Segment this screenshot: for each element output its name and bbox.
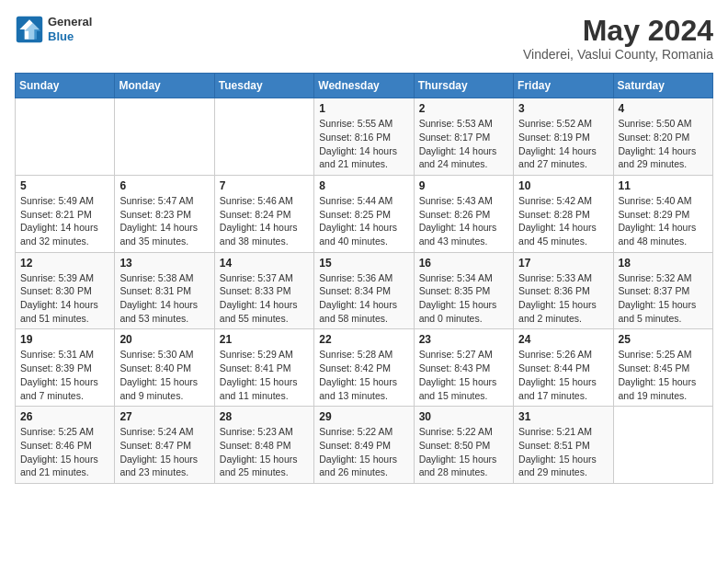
calendar-day-cell: 7Sunrise: 5:46 AMSunset: 8:24 PMDaylight…	[214, 175, 313, 252]
calendar-day-cell: 6Sunrise: 5:47 AMSunset: 8:23 PMDaylight…	[115, 175, 214, 252]
day-info: Sunrise: 5:38 AMSunset: 8:31 PMDaylight:…	[119, 271, 209, 326]
day-info: Sunrise: 5:25 AMSunset: 8:45 PMDaylight:…	[619, 348, 708, 402]
day-number: 29	[319, 410, 408, 423]
day-number: 20	[119, 333, 209, 346]
calendar-day-cell: 11Sunrise: 5:40 AMSunset: 8:29 PMDayligh…	[613, 175, 712, 252]
day-number: 6	[119, 179, 209, 192]
calendar-day-cell: 5Sunrise: 5:49 AMSunset: 8:21 PMDaylight…	[16, 175, 115, 252]
day-info: Sunrise: 5:55 AMSunset: 8:16 PMDaylight:…	[319, 117, 408, 171]
calendar-day-cell: 9Sunrise: 5:43 AMSunset: 8:26 PMDaylight…	[414, 175, 513, 252]
calendar-day-cell: 1Sunrise: 5:55 AMSunset: 8:16 PMDaylight…	[314, 98, 414, 176]
day-number: 30	[419, 410, 508, 423]
calendar-day-cell: 8Sunrise: 5:44 AMSunset: 8:25 PMDaylight…	[314, 175, 414, 252]
day-number: 31	[518, 410, 608, 423]
day-info: Sunrise: 5:33 AMSunset: 8:36 PMDaylight:…	[518, 271, 608, 326]
calendar-header-row: SundayMondayTuesdayWednesdayThursdayFrid…	[16, 74, 713, 98]
day-number: 28	[220, 410, 309, 423]
day-number: 10	[518, 179, 608, 192]
day-number: 12	[20, 257, 109, 270]
day-number: 27	[119, 410, 209, 423]
day-number: 14	[220, 257, 309, 270]
day-info: Sunrise: 5:32 AMSunset: 8:37 PMDaylight:…	[619, 271, 708, 326]
logo-icon	[15, 15, 44, 44]
day-info: Sunrise: 5:49 AMSunset: 8:21 PMDaylight:…	[20, 194, 109, 248]
title-block: May 2024 Vinderei, Vaslui County, Romani…	[523, 15, 713, 62]
calendar-day-cell: 13Sunrise: 5:38 AMSunset: 8:31 PMDayligh…	[115, 252, 214, 329]
day-number: 17	[518, 257, 608, 270]
day-of-week-header: Sunday	[16, 74, 115, 98]
calendar-day-cell: 19Sunrise: 5:31 AMSunset: 8:39 PMDayligh…	[16, 329, 115, 407]
calendar-week-row: 5Sunrise: 5:49 AMSunset: 8:21 PMDaylight…	[16, 175, 713, 252]
page-header: General Blue May 2024 Vinderei, Vaslui C…	[15, 15, 713, 62]
day-info: Sunrise: 5:52 AMSunset: 8:19 PMDaylight:…	[518, 117, 608, 171]
calendar-day-cell: 16Sunrise: 5:34 AMSunset: 8:35 PMDayligh…	[414, 252, 513, 329]
logo: General Blue	[15, 15, 92, 44]
calendar-day-cell: 30Sunrise: 5:22 AMSunset: 8:50 PMDayligh…	[414, 407, 513, 484]
day-info: Sunrise: 5:25 AMSunset: 8:46 PMDaylight:…	[20, 425, 109, 479]
day-info: Sunrise: 5:22 AMSunset: 8:49 PMDaylight:…	[319, 425, 408, 479]
day-info: Sunrise: 5:37 AMSunset: 8:33 PMDaylight:…	[220, 271, 309, 326]
calendar-week-row: 26Sunrise: 5:25 AMSunset: 8:46 PMDayligh…	[16, 407, 713, 484]
day-info: Sunrise: 5:50 AMSunset: 8:20 PMDaylight:…	[619, 117, 708, 171]
calendar-day-cell: 26Sunrise: 5:25 AMSunset: 8:46 PMDayligh…	[16, 407, 115, 484]
day-info: Sunrise: 5:53 AMSunset: 8:17 PMDaylight:…	[419, 117, 508, 171]
day-info: Sunrise: 5:36 AMSunset: 8:34 PMDaylight:…	[319, 271, 408, 326]
day-number: 18	[619, 257, 708, 270]
day-info: Sunrise: 5:28 AMSunset: 8:42 PMDaylight:…	[319, 348, 408, 402]
calendar-week-row: 1Sunrise: 5:55 AMSunset: 8:16 PMDaylight…	[16, 98, 713, 176]
logo-line1: General	[48, 15, 92, 29]
day-number: 1	[319, 102, 408, 115]
calendar-day-cell: 2Sunrise: 5:53 AMSunset: 8:17 PMDaylight…	[414, 98, 513, 176]
calendar-day-cell: 3Sunrise: 5:52 AMSunset: 8:19 PMDaylight…	[514, 98, 613, 176]
day-number: 2	[419, 102, 508, 115]
day-info: Sunrise: 5:22 AMSunset: 8:50 PMDaylight:…	[419, 425, 508, 479]
calendar-day-cell: 27Sunrise: 5:24 AMSunset: 8:47 PMDayligh…	[115, 407, 214, 484]
day-number: 7	[220, 179, 309, 192]
calendar-day-cell: 15Sunrise: 5:36 AMSunset: 8:34 PMDayligh…	[314, 252, 414, 329]
day-info: Sunrise: 5:34 AMSunset: 8:35 PMDaylight:…	[419, 271, 508, 326]
calendar-day-cell: 18Sunrise: 5:32 AMSunset: 8:37 PMDayligh…	[613, 252, 712, 329]
calendar-day-cell: 4Sunrise: 5:50 AMSunset: 8:20 PMDaylight…	[613, 98, 712, 176]
day-number: 26	[20, 410, 109, 423]
calendar-day-cell: 22Sunrise: 5:28 AMSunset: 8:42 PMDayligh…	[314, 329, 414, 407]
day-info: Sunrise: 5:39 AMSunset: 8:30 PMDaylight:…	[20, 271, 109, 326]
day-of-week-header: Saturday	[613, 74, 712, 98]
day-info: Sunrise: 5:21 AMSunset: 8:51 PMDaylight:…	[518, 425, 608, 479]
calendar-day-cell: 12Sunrise: 5:39 AMSunset: 8:30 PMDayligh…	[16, 252, 115, 329]
day-of-week-header: Monday	[115, 74, 214, 98]
day-info: Sunrise: 5:44 AMSunset: 8:25 PMDaylight:…	[319, 194, 408, 248]
day-number: 22	[319, 333, 408, 346]
calendar-day-cell: 24Sunrise: 5:26 AMSunset: 8:44 PMDayligh…	[514, 329, 613, 407]
day-number: 13	[119, 257, 209, 270]
day-info: Sunrise: 5:30 AMSunset: 8:40 PMDaylight:…	[119, 348, 209, 402]
calendar-day-cell	[115, 98, 214, 176]
day-info: Sunrise: 5:27 AMSunset: 8:43 PMDaylight:…	[419, 348, 508, 402]
day-number: 9	[419, 179, 508, 192]
day-number: 21	[220, 333, 309, 346]
calendar-day-cell: 29Sunrise: 5:22 AMSunset: 8:49 PMDayligh…	[314, 407, 414, 484]
day-info: Sunrise: 5:26 AMSunset: 8:44 PMDaylight:…	[518, 348, 608, 402]
day-number: 24	[518, 333, 608, 346]
day-info: Sunrise: 5:24 AMSunset: 8:47 PMDaylight:…	[119, 425, 209, 479]
calendar-day-cell: 20Sunrise: 5:30 AMSunset: 8:40 PMDayligh…	[115, 329, 214, 407]
day-of-week-header: Friday	[514, 74, 613, 98]
calendar-day-cell: 31Sunrise: 5:21 AMSunset: 8:51 PMDayligh…	[514, 407, 613, 484]
day-number: 5	[20, 179, 109, 192]
day-number: 15	[319, 257, 408, 270]
calendar-body: 1Sunrise: 5:55 AMSunset: 8:16 PMDaylight…	[16, 98, 713, 484]
day-number: 4	[619, 102, 708, 115]
day-info: Sunrise: 5:31 AMSunset: 8:39 PMDaylight:…	[20, 348, 109, 402]
day-number: 25	[619, 333, 708, 346]
calendar-week-row: 19Sunrise: 5:31 AMSunset: 8:39 PMDayligh…	[16, 329, 713, 407]
calendar-day-cell: 23Sunrise: 5:27 AMSunset: 8:43 PMDayligh…	[414, 329, 513, 407]
day-info: Sunrise: 5:43 AMSunset: 8:26 PMDaylight:…	[419, 194, 508, 248]
calendar-day-cell	[214, 98, 313, 176]
day-info: Sunrise: 5:46 AMSunset: 8:24 PMDaylight:…	[220, 194, 309, 248]
day-info: Sunrise: 5:40 AMSunset: 8:29 PMDaylight:…	[619, 194, 708, 248]
day-info: Sunrise: 5:23 AMSunset: 8:48 PMDaylight:…	[220, 425, 309, 479]
calendar-day-cell: 28Sunrise: 5:23 AMSunset: 8:48 PMDayligh…	[214, 407, 313, 484]
day-of-week-header: Wednesday	[314, 74, 414, 98]
day-info: Sunrise: 5:47 AMSunset: 8:23 PMDaylight:…	[119, 194, 209, 248]
calendar-subtitle: Vinderei, Vaslui County, Romania	[523, 47, 713, 62]
calendar-day-cell: 25Sunrise: 5:25 AMSunset: 8:45 PMDayligh…	[613, 329, 712, 407]
